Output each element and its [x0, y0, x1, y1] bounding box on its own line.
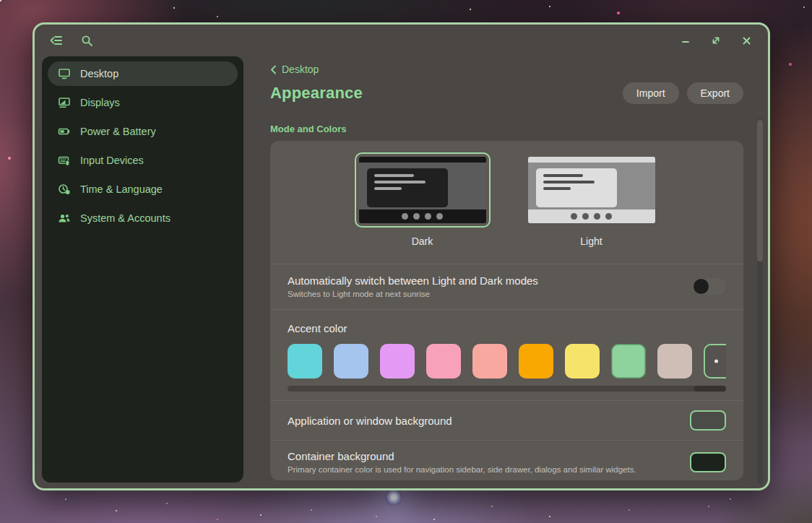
accent-color-row: Accent color	[270, 310, 743, 400]
accent-swatch-pink[interactable]	[426, 344, 461, 379]
dark-mode-label: Dark	[412, 235, 433, 247]
breadcrumb[interactable]: Desktop	[270, 64, 319, 75]
auto-switch-subtitle: Switches to Light mode at next sunrise	[288, 290, 538, 298]
displays-icon	[58, 97, 71, 108]
accent-horizontal-scrollbar[interactable]	[288, 386, 726, 392]
export-button[interactable]: Export	[687, 82, 743, 104]
accent-swatch-yellow[interactable]	[565, 344, 600, 379]
accent-swatch-salmon[interactable]	[472, 344, 507, 379]
auto-switch-row: Automatically switch between Light and D…	[270, 264, 743, 309]
maximize-icon[interactable]	[709, 33, 723, 48]
chevron-left-icon	[270, 65, 277, 74]
dark-mode-tile[interactable]: Dark	[355, 152, 491, 247]
accent-swatch-purple[interactable]	[380, 344, 415, 379]
vertical-scrollbar-track[interactable]	[757, 118, 763, 484]
sidebar-item-power-battery[interactable]: Power & Battery	[48, 119, 238, 144]
sidebar-item-label: Displays	[80, 97, 120, 108]
custom-color-dot	[714, 360, 718, 363]
light-mode-label: Light	[580, 235, 602, 247]
section-heading: Mode and Colors	[270, 124, 768, 134]
app-background-swatch[interactable]	[690, 410, 726, 431]
sidebar-item-displays[interactable]: Displays	[48, 90, 238, 115]
settings-window: Desktop Displays Power & Battery	[33, 22, 770, 490]
sidebar: Desktop Displays Power & Battery	[42, 56, 243, 483]
dark-mode-preview	[355, 152, 491, 228]
sidebar-item-system-accounts[interactable]: System & Accounts	[48, 206, 238, 230]
sidebar-item-desktop[interactable]: Desktop	[48, 61, 238, 86]
search-icon[interactable]	[79, 33, 94, 48]
accounts-icon	[58, 212, 71, 224]
auto-switch-title: Automatically switch between Light and D…	[288, 275, 538, 287]
wallpaper-stars	[0, 0, 1, 1]
wallpaper-bright-star	[385, 488, 402, 506]
sidebar-item-input-devices[interactable]: Input Devices	[48, 148, 238, 173]
sidebar-item-time-language[interactable]: Time & Language	[48, 177, 238, 202]
sidebar-item-label: Power & Battery	[80, 126, 156, 137]
container-background-row: Container background Primary container c…	[270, 441, 743, 480]
accent-swatch-custom[interactable]	[704, 344, 726, 379]
input-devices-icon	[58, 155, 71, 166]
accent-color-label: Accent color	[288, 322, 726, 334]
accent-swatch-cyan[interactable]	[288, 344, 322, 379]
sidebar-item-label: Desktop	[80, 68, 118, 79]
vertical-scrollbar-thumb[interactable]	[757, 120, 763, 262]
app-background-label: Application or window background	[288, 415, 452, 427]
accent-swatch-green[interactable]	[611, 344, 646, 379]
light-mode-tile[interactable]: Light	[524, 152, 660, 247]
sidebar-item-label: Input Devices	[80, 155, 144, 166]
accent-swatch-orange[interactable]	[519, 344, 553, 379]
minimize-icon[interactable]	[678, 33, 693, 48]
sidebar-item-label: Time & Language	[80, 183, 163, 195]
toggle-knob	[694, 279, 709, 294]
light-mode-preview	[524, 152, 660, 228]
mode-selector-row: Dark Light	[270, 141, 743, 264]
auto-switch-toggle[interactable]	[693, 278, 726, 295]
container-background-subtitle: Primary container color is used for navi…	[288, 465, 636, 474]
scrollbar-thumb[interactable]	[694, 386, 726, 392]
battery-icon	[58, 126, 71, 137]
sidebar-item-label: System & Accounts	[80, 212, 170, 224]
accent-swatch-warm-gray[interactable]	[657, 344, 692, 379]
time-language-icon	[58, 183, 71, 195]
container-background-title: Container background	[288, 450, 636, 462]
container-background-swatch[interactable]	[690, 452, 726, 472]
import-button[interactable]: Import	[623, 82, 679, 104]
sidebar-toggle-icon[interactable]	[49, 33, 64, 48]
close-icon[interactable]	[739, 33, 753, 48]
content-pane: Desktop Appearance Import Export Mode an…	[243, 56, 768, 488]
breadcrumb-label: Desktop	[282, 64, 319, 75]
page-title: Appearance	[270, 84, 363, 103]
mode-and-colors-card: Dark Light	[270, 141, 743, 480]
desktop-icon	[58, 68, 71, 79]
app-background-row: Application or window background	[270, 401, 743, 440]
titlebar	[35, 25, 768, 56]
accent-swatch-blue[interactable]	[334, 344, 368, 379]
accent-swatch-row	[288, 344, 726, 379]
